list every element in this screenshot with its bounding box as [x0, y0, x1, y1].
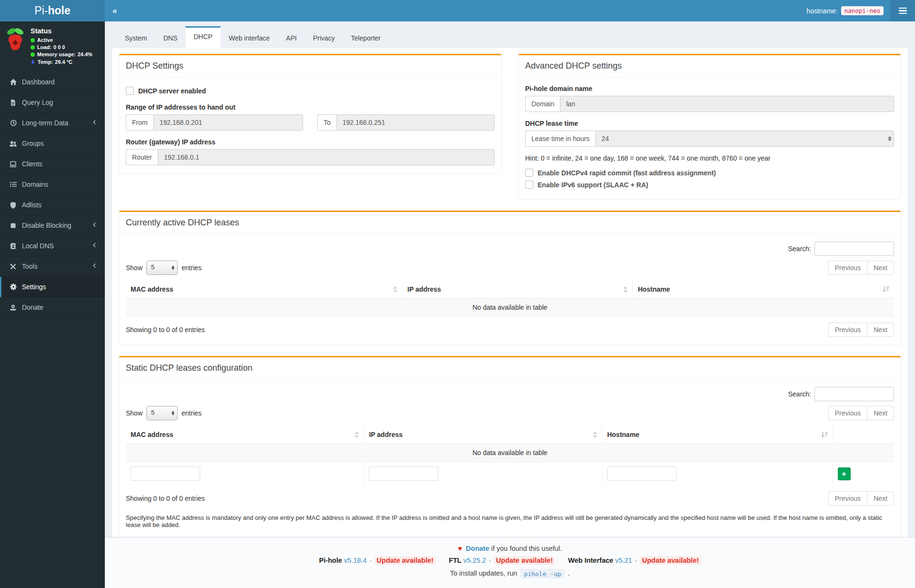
lease-addon: Lease time in hours — [525, 131, 595, 147]
plus-icon: + — [842, 470, 846, 478]
new-hostname-input[interactable] — [607, 466, 677, 481]
hamburger-menu-icon[interactable] — [890, 0, 915, 21]
sidebar-item-groups[interactable]: Groups — [0, 133, 105, 154]
load-green-dot-icon — [30, 45, 35, 50]
next-button[interactable]: Next — [867, 323, 894, 337]
memory-value: 24.4% — [78, 51, 92, 57]
next-button[interactable]: Next — [867, 406, 894, 420]
pihole-version-link[interactable]: v5.18.4 — [344, 557, 367, 564]
tab-dhcp[interactable]: DHCP — [185, 26, 221, 48]
dhcp-server-enabled-checkbox[interactable] — [126, 87, 134, 95]
sort-amount-icon — [821, 432, 828, 438]
new-ip-input[interactable] — [369, 466, 438, 481]
sidebar-item-disable-blocking[interactable]: Disable Blocking — [0, 215, 105, 236]
sidebar-item-adlists[interactable]: Adlists — [0, 195, 105, 215]
tab-teleporter[interactable]: Teleporter — [343, 26, 389, 48]
status-load-row: Load: 0 0 0 — [30, 44, 92, 50]
sidebar-item-query-log[interactable]: Query Log — [0, 92, 105, 113]
tab-system[interactable]: System — [117, 26, 155, 48]
active-leases-search-input[interactable] — [814, 242, 894, 256]
entries-select[interactable]: 5 — [146, 261, 178, 275]
sidebar-item-dashboard[interactable]: Dashboard — [0, 72, 105, 92]
sidebar: Status Active Load: 0 0 0 Memory usage: … — [0, 21, 105, 588]
tools-icon — [9, 263, 18, 270]
previous-button[interactable]: Previous — [828, 491, 867, 506]
empty-table-row: No data available in table — [126, 444, 894, 462]
status-active-label: Active — [37, 37, 53, 43]
new-lease-input-row: + — [126, 462, 894, 486]
sidebar-item-clients[interactable]: Clients — [0, 154, 105, 174]
ftl-update-link[interactable]: Update available! — [494, 556, 555, 565]
static-leases-pager-top: Previous Next — [828, 406, 894, 420]
web-version-link[interactable]: v5.21 — [615, 557, 632, 564]
range-from-input[interactable] — [153, 114, 303, 131]
next-button[interactable]: Next — [867, 261, 894, 275]
temp-value: 29.4 °C — [55, 59, 72, 65]
dhcp-settings-title: DHCP Settings — [126, 61, 183, 71]
previous-button[interactable]: Previous — [828, 323, 867, 337]
hostname-badge: nanopi-neo — [841, 6, 884, 15]
col-mac-address[interactable]: MAC address — [126, 426, 364, 444]
ftl-version-link[interactable]: v5.25.2 — [463, 557, 486, 564]
donate-link[interactable]: Donate — [466, 545, 489, 552]
rapid-commit-checkbox[interactable] — [525, 169, 533, 177]
next-button[interactable]: Next — [867, 491, 894, 506]
range-to-input[interactable] — [336, 114, 495, 131]
show-label: Show — [126, 264, 142, 272]
static-leases-body: Search: Show 5 entries — [119, 379, 901, 536]
static-leases-title: Static DHCP leases configuration — [126, 363, 253, 373]
raspberry-logo-icon — [3, 26, 28, 57]
tab-dns[interactable]: DNS — [155, 26, 186, 48]
tab-web-interface[interactable]: Web interface — [221, 26, 278, 48]
gear-icon — [9, 283, 18, 291]
sidebar-item-domains[interactable]: Domains — [0, 174, 105, 195]
new-mac-input[interactable] — [131, 466, 200, 481]
advanced-settings-title: Advanced DHCP settings — [525, 61, 622, 71]
col-mac-address[interactable]: MAC address — [126, 281, 402, 298]
update-instructions-line: To install updates, run pihole -up . — [105, 569, 915, 577]
status-active-row: Active — [30, 37, 92, 43]
col-hostname[interactable]: Hostname — [633, 281, 894, 298]
temp-label: Temp: — [38, 59, 53, 65]
static-leases-search-input[interactable] — [814, 387, 894, 401]
entries-select[interactable]: 5 — [146, 406, 178, 420]
domain-input[interactable] — [560, 96, 894, 112]
router-ip-input[interactable] — [158, 149, 495, 165]
tab-api[interactable]: API — [278, 26, 305, 48]
load-label: Load: — [37, 44, 51, 50]
domain-group: Domain — [525, 96, 894, 112]
tab-privacy[interactable]: Privacy — [305, 26, 343, 48]
lease-hours-input[interactable] — [595, 131, 894, 147]
web-update-link[interactable]: Update available! — [640, 556, 701, 565]
add-static-lease-button[interactable]: + — [838, 467, 851, 480]
pihole-logo[interactable]: Pi-hole — [0, 0, 105, 21]
sidebar-item-long-term-data[interactable]: Long-term Data — [0, 113, 105, 133]
sort-icon — [355, 432, 359, 438]
page-footer: ♥ Donate if you found this useful. Pi-ho… — [105, 537, 915, 588]
ipv6-support-checkbox[interactable] — [525, 181, 533, 189]
domain-name-label: Pi-hole domain name — [525, 85, 894, 92]
pihole-update-link[interactable]: Update available! — [375, 556, 435, 565]
active-leases-body: Search: Show 5 entries — [119, 234, 901, 345]
sidebar-collapse-icon[interactable]: « — [105, 0, 124, 21]
static-leases-pager-bottom: Previous Next — [828, 491, 894, 506]
entries-select-value: 5 — [151, 409, 154, 416]
sidebar-item-donate[interactable]: Donate — [0, 297, 105, 318]
sidebar-item-tools[interactable]: Tools — [0, 256, 105, 277]
sidebar-item-local-dns[interactable]: Local DNS — [0, 236, 105, 256]
col-ip-address[interactable]: IP address — [364, 426, 602, 444]
col-hostname[interactable]: Hostname — [602, 426, 833, 444]
product-web-interface: Web Interface v5.21 · Update available! — [568, 557, 701, 564]
col-ip-address[interactable]: IP address — [402, 281, 633, 298]
entries-select-value: 5 — [151, 264, 154, 271]
active-leases-header: Currently active DHCP leases — [119, 212, 901, 234]
previous-button[interactable]: Previous — [828, 261, 867, 275]
top-navbar: « hostname: nanopi-neo — [105, 0, 915, 21]
previous-button[interactable]: Previous — [828, 406, 867, 420]
active-leases-title: Currently active DHCP leases — [126, 218, 239, 227]
show-entries-control: Show 5 entries — [126, 406, 202, 420]
number-spinner-icon[interactable] — [888, 136, 892, 142]
advanced-settings-body: Pi-hole domain name Domain DHCP lease ti… — [518, 77, 901, 199]
to-addon: To — [317, 114, 336, 131]
sidebar-item-settings[interactable]: Settings — [0, 277, 105, 297]
